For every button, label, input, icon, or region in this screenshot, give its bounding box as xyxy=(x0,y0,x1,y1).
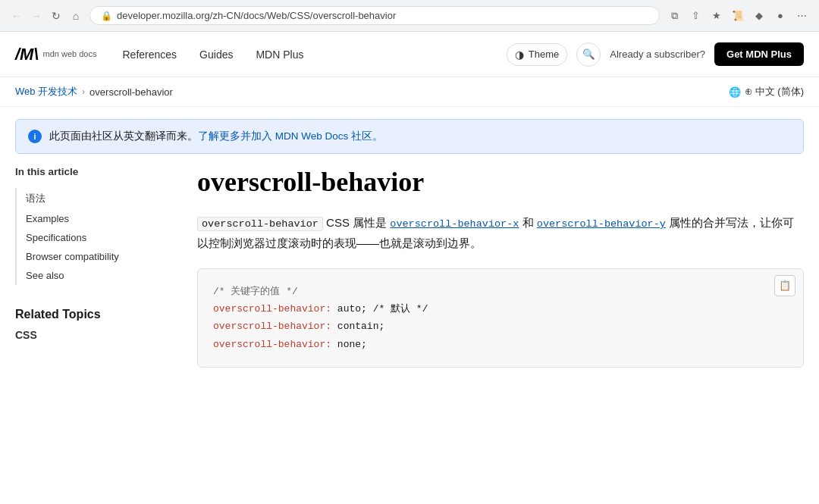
toc-item-specifications[interactable]: Specifications xyxy=(17,228,167,247)
link-overscroll-y[interactable]: overscroll-behavior-y xyxy=(537,218,666,230)
address-bar[interactable]: 🔒 developer.mozilla.org/zh-CN/docs/Web/C… xyxy=(89,6,660,25)
code-comment-1: /* 关键字的值 */ xyxy=(213,286,298,297)
code-prop-3: overscroll-behavior: xyxy=(213,339,331,350)
translation-banner: i 此页面由社区从英文翻译而来。了解更多并加入 MDN Web Docs 社区。 xyxy=(15,119,804,154)
lang-text: ⊕ 中文 (简体) xyxy=(745,85,804,99)
code-toolbar: 📋 xyxy=(774,275,795,296)
share-icon[interactable]: ⇧ xyxy=(687,8,704,24)
info-icon: i xyxy=(28,130,42,143)
nav-buttons: ← → ↻ ⌂ xyxy=(9,8,83,23)
profile-icon[interactable]: ● xyxy=(772,8,789,24)
code-val-2: contain; xyxy=(337,321,384,332)
get-plus-button[interactable]: Get MDN Plus xyxy=(714,42,804,66)
back-button[interactable]: ← xyxy=(9,8,24,23)
code-line-3: overscroll-behavior: none; xyxy=(213,336,788,353)
search-button[interactable]: 🔍 xyxy=(576,42,601,67)
toc-item-see-also[interactable]: See also xyxy=(17,266,167,285)
nav-mdn-plus[interactable]: MDN Plus xyxy=(245,42,314,67)
desc-text2: 和 xyxy=(522,216,537,229)
open-tab-icon[interactable]: ⧉ xyxy=(666,8,682,24)
lock-icon: 🔒 xyxy=(101,11,112,21)
browser-chrome: ← → ↻ ⌂ 🔒 developer.mozilla.org/zh-CN/do… xyxy=(0,0,819,32)
breadcrumb-parent[interactable]: Web 开发技术 xyxy=(15,85,77,99)
mdn-logo[interactable]: /M\ mdn web docs xyxy=(15,45,97,64)
main-content: overscroll-behavior overscroll-behavior … xyxy=(182,166,804,368)
main-layout: In this article 语法 Examples Specificatio… xyxy=(0,166,819,368)
page-description: overscroll-behavior CSS 属性是 overscroll-b… xyxy=(197,213,804,252)
breadcrumb-current: overscroll-behavior xyxy=(89,86,173,98)
url-text: developer.mozilla.org/zh-CN/docs/Web/CSS… xyxy=(117,10,396,21)
search-icon: 🔍 xyxy=(582,49,595,60)
code-line-1: overscroll-behavior: auto; /* 默认 */ xyxy=(213,300,788,318)
banner-link[interactable]: 了解更多并加入 MDN Web Docs 社区。 xyxy=(198,130,383,142)
refresh-button[interactable]: ↻ xyxy=(49,8,64,23)
theme-icon: ◑ xyxy=(515,49,524,61)
reader-icon[interactable]: 📜 xyxy=(730,8,746,24)
subscriber-text: Already a subscriber? xyxy=(610,49,705,60)
desc-text1: CSS 属性是 xyxy=(326,216,390,229)
extension-icon[interactable]: ◆ xyxy=(751,8,767,24)
code-val-3: none; xyxy=(337,339,367,350)
toc-list: 语法 Examples Specifications Browser compa… xyxy=(15,188,167,285)
toc-title: In this article xyxy=(15,166,167,177)
link-overscroll-x[interactable]: overscroll-behavior-x xyxy=(390,218,519,230)
code-block-container: 📋 /* 关键字的值 */ overscroll-behavior: auto;… xyxy=(197,268,804,368)
toc-item-syntax[interactable]: 语法 xyxy=(17,188,167,209)
inline-code-overscroll: overscroll-behavior xyxy=(197,217,323,231)
breadcrumb-separator: › xyxy=(82,86,85,97)
main-nav: References Guides MDN Plus xyxy=(112,42,315,67)
logo-m-icon: /M\ xyxy=(15,45,39,64)
banner-text: 此页面由社区从英文翻译而来。了解更多并加入 MDN Web Docs 社区。 xyxy=(49,129,383,144)
nav-references[interactable]: References xyxy=(112,42,188,67)
breadcrumb-bar: Web 开发技术 › overscroll-behavior 🌐 ⊕ 中文 (简… xyxy=(0,77,819,107)
logo-text: mdn web docs xyxy=(43,49,97,58)
page-title: overscroll-behavior xyxy=(197,166,804,198)
related-topics-title: Related Topics xyxy=(15,308,167,321)
toc-item-compat[interactable]: Browser compatibility xyxy=(17,247,167,266)
breadcrumb: Web 开发技术 › overscroll-behavior xyxy=(15,85,173,99)
toc-item-examples[interactable]: Examples xyxy=(17,209,167,228)
language-switcher[interactable]: 🌐 ⊕ 中文 (简体) xyxy=(729,85,804,99)
code-val-1: auto; /* 默认 */ xyxy=(337,303,428,315)
theme-button[interactable]: ◑ Theme xyxy=(507,43,567,66)
nav-guides[interactable]: Guides xyxy=(189,42,243,67)
header-right: ◑ Theme 🔍 Already a subscriber? Get MDN … xyxy=(507,42,804,67)
globe-icon: 🌐 xyxy=(729,86,741,98)
bookmark-icon[interactable]: ★ xyxy=(708,8,725,24)
code-prop-2: overscroll-behavior: xyxy=(213,321,331,332)
sidebar: In this article 语法 Examples Specificatio… xyxy=(15,166,182,368)
theme-label: Theme xyxy=(529,49,559,60)
mdn-header: /M\ mdn web docs References Guides MDN P… xyxy=(0,32,819,77)
forward-button[interactable]: → xyxy=(29,8,44,23)
copy-icon: 📋 xyxy=(779,280,791,291)
browser-actions: ⧉ ⇧ ★ 📜 ◆ ● ⋯ xyxy=(666,8,810,24)
home-button[interactable]: ⌂ xyxy=(68,8,83,23)
code-line-2: overscroll-behavior: contain; xyxy=(213,318,788,335)
code-block: /* 关键字的值 */ overscroll-behavior: auto; /… xyxy=(198,269,803,368)
menu-icon[interactable]: ⋯ xyxy=(793,8,810,24)
code-prop-1: overscroll-behavior: xyxy=(213,303,331,315)
related-css-label: CSS xyxy=(15,329,167,341)
copy-button[interactable]: 📋 xyxy=(774,275,795,296)
code-line-comment: /* 关键字的值 */ xyxy=(213,283,788,300)
